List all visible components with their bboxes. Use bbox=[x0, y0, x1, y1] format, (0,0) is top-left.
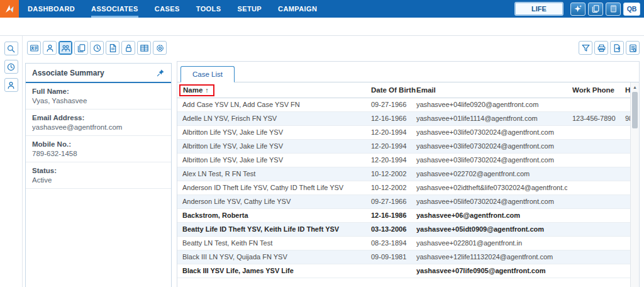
cell-name: Albritton Life YSV, Jake Life YSV bbox=[177, 140, 366, 154]
copy-icon[interactable] bbox=[74, 41, 88, 55]
calculator-icon[interactable] bbox=[606, 3, 621, 16]
clock-glyph bbox=[6, 62, 16, 72]
nav-item-setup[interactable]: SETUP bbox=[237, 0, 262, 18]
filter-icon[interactable] bbox=[579, 41, 592, 55]
id-card-icon[interactable] bbox=[27, 41, 41, 55]
scroll-up-icon[interactable]: ▲ bbox=[631, 82, 639, 91]
summary-field-status: Status: Active bbox=[26, 162, 171, 189]
pin-glyph bbox=[157, 69, 165, 77]
qb-button[interactable]: QB bbox=[623, 3, 640, 16]
cell-name: Backstrom, Roberta bbox=[177, 209, 366, 223]
case-toolbar bbox=[23, 36, 644, 60]
col-header-name[interactable]: Name↑ bbox=[177, 82, 366, 98]
history-toolbar-icon[interactable] bbox=[90, 41, 104, 55]
cell-work-phone bbox=[567, 264, 620, 278]
pin-icon[interactable] bbox=[157, 69, 165, 77]
table-row[interactable]: Alex LN Test, R FN Test 10-12-2002 yasha… bbox=[177, 167, 639, 181]
copy-glyph bbox=[77, 43, 86, 53]
people-group-icon[interactable] bbox=[58, 41, 72, 55]
nav-item-associates[interactable]: ASSOCIATES bbox=[91, 0, 138, 18]
cell-work-phone bbox=[567, 195, 620, 209]
field-label: Email Address: bbox=[32, 114, 165, 121]
cell-work-phone bbox=[567, 237, 620, 250]
table-row[interactable]: Albritton Life YSV, Jake Life YSV 12-20-… bbox=[177, 126, 639, 140]
table-row[interactable]: Black III YSV Life, James YSV Life yasha… bbox=[177, 264, 639, 278]
cell-email: yashasvee+022702@agentfront.com bbox=[411, 167, 567, 181]
funnel-glyph bbox=[581, 43, 591, 53]
tab-bar: Case List bbox=[177, 62, 639, 82]
table-row[interactable]: Albritton Life YSV, Jake Life YSV 12-20-… bbox=[177, 140, 639, 154]
vertical-scrollbar[interactable]: ▲ bbox=[630, 82, 639, 287]
contacts-icon[interactable] bbox=[4, 78, 18, 92]
cell-email: yashasvee+05idt0909@agentfront.com bbox=[411, 223, 567, 237]
cell-dob: 09-27-1966 bbox=[366, 98, 411, 112]
col-header-email[interactable]: Email bbox=[411, 82, 567, 98]
table-row[interactable]: Anderson ID Theft Life YSV, Cathy ID The… bbox=[177, 181, 639, 195]
scrollbar-thumb[interactable] bbox=[632, 92, 638, 128]
cell-dob bbox=[366, 264, 411, 278]
cell-name: Albritton Life YSV, Jake Life YSV bbox=[177, 154, 366, 167]
table-row[interactable]: Beatty LN Test, Keith FN Test 08-23-1894… bbox=[177, 237, 639, 250]
person-glyph bbox=[45, 43, 55, 53]
cell-work-phone bbox=[567, 98, 620, 112]
app-logo[interactable] bbox=[0, 0, 19, 18]
grid-icon[interactable] bbox=[137, 41, 151, 55]
col-label: Name bbox=[183, 86, 203, 94]
table-row[interactable]: Backstrom, Roberta 12-16-1986 yashasvee+… bbox=[177, 209, 639, 223]
history-icon[interactable] bbox=[4, 60, 18, 74]
field-value: yashasvee@agentfront.com bbox=[32, 123, 165, 131]
nav-item-campaign[interactable]: CAMPAIGN bbox=[278, 0, 317, 18]
cell-dob: 12-16-1986 bbox=[366, 209, 411, 223]
field-label: Full Name: bbox=[32, 87, 165, 95]
settings-icon[interactable] bbox=[153, 41, 167, 55]
cell-dob: 08-23-1894 bbox=[366, 237, 411, 250]
cell-work-phone bbox=[567, 167, 620, 181]
cell-email: yashasvee+022801@agentfront.in bbox=[411, 237, 567, 250]
ai-sparkle-icon[interactable] bbox=[570, 3, 586, 16]
export-icon[interactable] bbox=[610, 41, 624, 55]
toolbar-left-group bbox=[27, 41, 167, 55]
nav-item-dashboard[interactable]: DASHBOARD bbox=[28, 0, 75, 18]
cell-work-phone bbox=[567, 209, 620, 223]
magnifier-glyph bbox=[6, 44, 16, 53]
cell-name: Black III LN YSV, Quijada FN YSV bbox=[177, 250, 366, 264]
clock-glyph bbox=[92, 43, 102, 53]
sparkle-glyph bbox=[574, 4, 582, 13]
table-row[interactable]: Black III LN YSV, Quijada FN YSV 09-09-1… bbox=[177, 250, 639, 264]
search-icon[interactable] bbox=[4, 42, 18, 55]
cell-work-phone bbox=[567, 181, 620, 195]
grid-glyph bbox=[140, 43, 149, 53]
nav-item-tools[interactable]: TOOLS bbox=[196, 0, 221, 18]
cell-name: Adelle LN YSV, Frisch FN YSV bbox=[177, 112, 366, 126]
life-button[interactable]: LIFE bbox=[515, 3, 563, 15]
summary-field-mobile: Mobile No.: 789-632-1458 bbox=[26, 136, 171, 162]
nav-item-cases[interactable]: CASES bbox=[155, 0, 180, 18]
cell-email: yashasvee+01life1114@agentfront.com bbox=[411, 112, 567, 126]
field-label: Mobile No.: bbox=[32, 140, 165, 148]
print-icon[interactable] bbox=[594, 41, 608, 55]
table-row[interactable]: Beatty Life ID Theft YSV, Keith Life ID … bbox=[177, 223, 639, 237]
table-row[interactable]: Adelle LN YSV, Frisch FN YSV 12-16-1966 … bbox=[177, 112, 639, 126]
cell-work-phone bbox=[567, 154, 620, 167]
table-row[interactable]: Albritton Life YSV, Jake Life YSV 12-20-… bbox=[177, 154, 639, 167]
case-table-wrap: Name↑ Date Of Birth Email Work Phone Ho … bbox=[177, 82, 639, 287]
case-table-body: Add Case YSV LN, Add Case YSV FN 09-27-1… bbox=[177, 98, 639, 278]
toolbar-right-group bbox=[579, 41, 640, 55]
col-header-dob[interactable]: Date Of Birth bbox=[366, 82, 411, 98]
lock-icon[interactable] bbox=[121, 41, 135, 55]
cell-email: yashasvee+04life0920@agentfront.com bbox=[411, 98, 567, 112]
cell-name: Anderson Life YSV, Cathy Life YSV bbox=[177, 195, 366, 209]
logo-pinwheel-icon bbox=[4, 4, 14, 14]
document-icon[interactable] bbox=[106, 41, 119, 55]
table-row[interactable]: Anderson Life YSV, Cathy Life YSV 09-27-… bbox=[177, 195, 639, 209]
tab-case-list[interactable]: Case List bbox=[180, 66, 235, 82]
cell-dob: 10-12-2002 bbox=[366, 167, 411, 181]
table-row[interactable]: Add Case YSV LN, Add Case YSV FN 09-27-1… bbox=[177, 98, 639, 112]
lock-glyph bbox=[124, 43, 133, 53]
title-bar bbox=[0, 18, 644, 36]
cell-email: yashasvee+03life07302024@agentfront.com bbox=[411, 154, 567, 167]
report-icon[interactable] bbox=[626, 41, 640, 55]
col-header-work-phone[interactable]: Work Phone bbox=[567, 82, 620, 98]
person-icon[interactable] bbox=[43, 41, 57, 55]
copy-documents-icon[interactable] bbox=[588, 3, 603, 16]
